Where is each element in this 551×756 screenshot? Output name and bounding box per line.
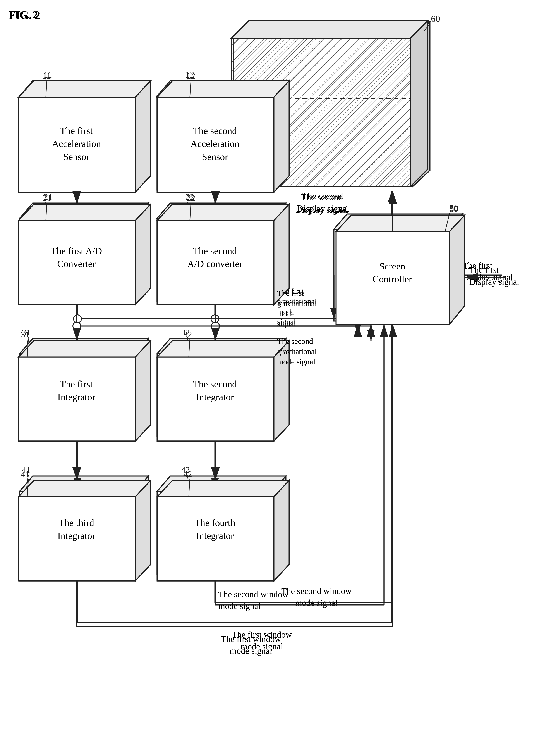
svg-line-152 bbox=[274, 564, 289, 581]
svg-text:21: 21 bbox=[43, 193, 51, 203]
svg-marker-129 bbox=[135, 341, 150, 441]
svg-line-10 bbox=[410, 36, 416, 40]
svg-marker-32 bbox=[334, 214, 463, 229]
svg-marker-142 bbox=[19, 480, 150, 497]
svg-text:41: 41 bbox=[22, 465, 31, 475]
svg-point-58 bbox=[73, 315, 81, 323]
svg-line-147 bbox=[27, 479, 28, 497]
svg-line-98 bbox=[46, 80, 47, 97]
svg-text:21: 21 bbox=[44, 192, 52, 202]
svg-marker-5 bbox=[413, 22, 430, 187]
svg-line-35 bbox=[445, 213, 450, 229]
svg-line-126 bbox=[445, 214, 450, 232]
first-window-label: The first windowmode signal bbox=[142, 633, 360, 657]
svg-text:31: 31 bbox=[22, 327, 31, 337]
svg-marker-37 bbox=[20, 338, 148, 354]
sensor2-text: The secondAccelerationSensor bbox=[158, 124, 272, 163]
second-display-text: The secondDisplay signal bbox=[229, 190, 417, 215]
integrator3-text: The thirdIntegrator bbox=[20, 516, 133, 542]
svg-marker-101 bbox=[274, 81, 289, 192]
svg-marker-38 bbox=[135, 338, 148, 437]
sensor1-text: The firstAccelerationSensor bbox=[20, 124, 133, 163]
svg-text:12: 12 bbox=[185, 70, 194, 79]
second-grav-label: The secondgravitationalmode signal bbox=[277, 336, 347, 367]
svg-marker-121 bbox=[336, 215, 465, 232]
integrator1-text: The firstIntegrator bbox=[20, 378, 133, 404]
svg-marker-150 bbox=[274, 480, 289, 581]
svg-marker-47 bbox=[20, 476, 148, 491]
svg-text:50: 50 bbox=[450, 204, 458, 214]
svg-line-45 bbox=[185, 337, 188, 354]
fig-label: FIG. 2 bbox=[9, 9, 40, 22]
svg-marker-86 bbox=[231, 21, 428, 38]
svg-text:31: 31 bbox=[21, 329, 29, 339]
first-grav-label: The firstgravitationalmodesignal bbox=[277, 288, 345, 329]
svg-marker-87 bbox=[410, 21, 428, 187]
svg-line-110 bbox=[135, 288, 150, 305]
svg-marker-52 bbox=[157, 476, 286, 491]
svg-marker-33 bbox=[450, 214, 463, 321]
screen-ctrl-text: ScreenController bbox=[337, 260, 447, 286]
svg-text:60: 60 bbox=[416, 26, 425, 36]
svg-text:12: 12 bbox=[186, 71, 195, 80]
svg-line-20 bbox=[185, 80, 188, 96]
svg-marker-128 bbox=[19, 341, 150, 357]
svg-line-103 bbox=[274, 176, 289, 192]
svg-line-105 bbox=[190, 80, 191, 97]
svg-line-25 bbox=[44, 202, 46, 218]
svg-rect-3 bbox=[233, 38, 413, 187]
svg-text:32: 32 bbox=[181, 327, 190, 337]
svg-text:11: 11 bbox=[44, 70, 52, 79]
svg-line-133 bbox=[27, 339, 28, 357]
svg-line-15 bbox=[44, 80, 46, 96]
svg-marker-23 bbox=[135, 203, 148, 301]
first-display-label: The firstDisplay signal bbox=[469, 264, 548, 288]
svg-marker-135 bbox=[157, 341, 289, 357]
svg-marker-93 bbox=[19, 81, 150, 97]
svg-line-55 bbox=[185, 475, 188, 491]
svg-point-161 bbox=[211, 322, 219, 330]
svg-text:50: 50 bbox=[450, 203, 458, 213]
integrator4-text: The fourthIntegrator bbox=[158, 516, 272, 542]
svg-line-154 bbox=[189, 479, 190, 497]
svg-line-30 bbox=[185, 202, 188, 218]
svg-line-145 bbox=[135, 564, 150, 581]
svg-line-7 bbox=[413, 170, 430, 187]
svg-line-112 bbox=[46, 203, 47, 221]
svg-marker-12 bbox=[20, 81, 148, 96]
svg-point-61 bbox=[211, 315, 219, 323]
svg-line-140 bbox=[189, 339, 190, 357]
second-window-label: The second windowmode signal bbox=[218, 588, 382, 612]
svg-text:41: 41 bbox=[21, 469, 29, 479]
svg-line-89 bbox=[410, 169, 428, 187]
adc2-text: The secondA/D converter bbox=[158, 245, 272, 271]
svg-line-138 bbox=[274, 425, 289, 441]
svg-marker-13 bbox=[135, 81, 148, 190]
svg-line-96 bbox=[135, 176, 150, 192]
svg-marker-4 bbox=[233, 22, 430, 38]
svg-rect-85 bbox=[231, 38, 410, 187]
svg-text:22: 22 bbox=[185, 192, 194, 202]
svg-line-40 bbox=[26, 337, 28, 354]
svg-text:42: 42 bbox=[183, 469, 192, 479]
svg-line-131 bbox=[135, 425, 150, 441]
svg-marker-42 bbox=[157, 338, 286, 354]
svg-marker-100 bbox=[157, 81, 289, 97]
svg-text:60: 60 bbox=[431, 14, 440, 24]
svg-marker-108 bbox=[135, 204, 150, 305]
svg-text:22: 22 bbox=[186, 193, 195, 203]
svg-text:32: 32 bbox=[183, 329, 192, 339]
svg-marker-53 bbox=[273, 476, 286, 574]
svg-marker-17 bbox=[157, 81, 286, 96]
svg-line-119 bbox=[190, 203, 191, 221]
integrator2-text: The secondIntegrator bbox=[158, 378, 272, 404]
svg-text:11: 11 bbox=[43, 71, 51, 80]
svg-marker-22 bbox=[20, 203, 148, 218]
adc1-text: The first A/DConverter bbox=[20, 245, 133, 271]
svg-marker-149 bbox=[157, 480, 289, 497]
svg-point-158 bbox=[73, 322, 81, 330]
svg-text:42: 42 bbox=[181, 465, 190, 475]
svg-line-50 bbox=[26, 475, 28, 491]
svg-marker-18 bbox=[273, 81, 286, 190]
svg-marker-107 bbox=[19, 204, 150, 221]
